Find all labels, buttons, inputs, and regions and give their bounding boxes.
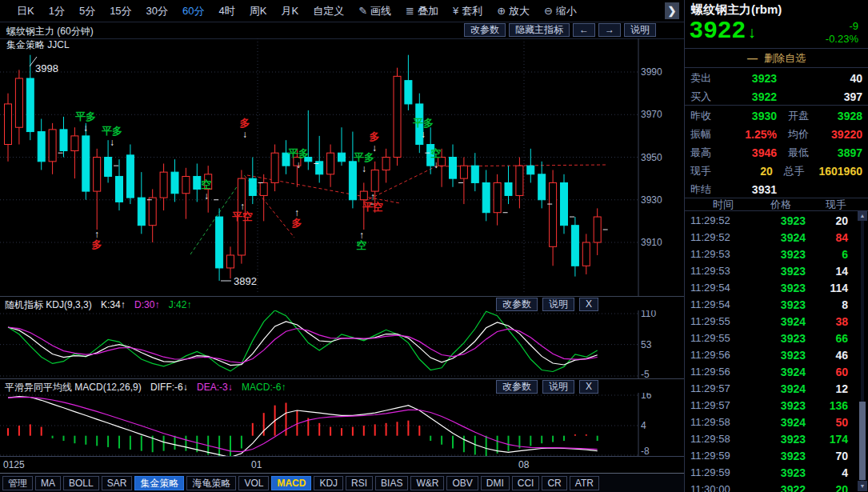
candle-body	[71, 136, 78, 151]
stat-value: 3897	[825, 146, 862, 159]
toolbar-item-zoom-out[interactable]: ⊖缩小	[537, 2, 584, 21]
tape-scrollbar[interactable]: ▲ ▼	[858, 210, 867, 491]
tape-row: 11:29:59392370	[685, 447, 868, 464]
signal-marker-label: 平多	[413, 117, 434, 129]
remove-watchlist-button[interactable]: — 删除自选	[685, 48, 868, 68]
toolbar-item-custom[interactable]: 自定义	[306, 2, 351, 21]
signal-marker-label: 空	[357, 239, 367, 251]
main-hide-main-indicator-button[interactable]: 隐藏主指标	[509, 23, 570, 37]
candle-body	[138, 198, 145, 226]
macd-histogram-bar	[574, 434, 576, 436]
main-help-button[interactable]: 说明	[624, 23, 656, 37]
tape-volume: 50	[806, 416, 862, 429]
candle-body	[49, 130, 56, 162]
tab-kdj[interactable]: KDJ	[314, 476, 343, 490]
signal-marker-label: 平多	[75, 110, 96, 122]
toolbar-item-overlay[interactable]: ≣叠加	[398, 2, 446, 21]
toolbar-item-day-k[interactable]: 日K	[10, 2, 42, 21]
macd-help-button[interactable]: 说明	[542, 380, 574, 394]
main-next-indicator-button[interactable]: →	[598, 23, 621, 37]
tab-turtle-strategy[interactable]: 海龟策略	[186, 476, 236, 490]
candlestick-chart[interactable]: 39903970395039303910集金策略 JJCL平多↓平多↓多↑空↓多…	[0, 38, 684, 296]
tape-row: 11:29:55392366	[685, 330, 868, 346]
tab-obv[interactable]: OBV	[446, 476, 478, 490]
tape-row: 11:29:573923136	[685, 397, 868, 414]
tab-macd[interactable]: MACD	[271, 476, 311, 490]
macd-histogram-bar	[374, 424, 376, 435]
kdj-indicator-chart[interactable]: 11053-5	[0, 310, 684, 378]
signal-marker-label: 平多	[102, 125, 122, 137]
tab-jijin-strategy[interactable]: 集金策略	[134, 476, 184, 490]
overlay-icon: ≣	[406, 5, 414, 17]
toolbar-item-15min[interactable]: 15分	[102, 2, 138, 21]
tab-atr[interactable]: ATR	[570, 476, 599, 490]
candle-body	[450, 158, 457, 179]
toolbar-item-60min[interactable]: 60分	[175, 2, 211, 21]
quote-stat-row: 昨收3930开盘3928	[685, 106, 868, 125]
tape-volume: 46	[806, 349, 862, 362]
macd-close-button[interactable]: X	[579, 380, 598, 394]
macd-change-params-button[interactable]: 改参数	[496, 380, 538, 394]
toolbar-item-4hour[interactable]: 4时	[212, 2, 242, 21]
macd-tick-label: 16	[641, 393, 652, 401]
kdj-j-line	[8, 310, 598, 372]
signal-marker-label: 多	[292, 217, 302, 229]
toolbar-item-week-k[interactable]: 周K	[242, 2, 274, 21]
tab-vol[interactable]: VOL	[238, 476, 269, 490]
tab-cci[interactable]: CCI	[512, 476, 540, 490]
tab-sar[interactable]: SAR	[102, 476, 133, 490]
toolbar-item-arbitrage[interactable]: ¥套利	[446, 2, 490, 21]
stat-label: 总手	[784, 164, 819, 178]
tab-wr[interactable]: W&R	[410, 476, 444, 490]
toolbar-item-label: 放大	[509, 4, 530, 18]
toolbar-item-1min[interactable]: 1分	[42, 2, 72, 21]
tape-price: 3923	[756, 332, 806, 345]
tab-cr[interactable]: CR	[542, 476, 566, 490]
macd-histogram-bar	[586, 434, 587, 436]
tape-header-price: 价格	[756, 198, 806, 212]
kdj-help-button[interactable]: 说明	[542, 298, 574, 311]
scroll-down-icon[interactable]: ▼	[858, 481, 867, 491]
tab-rsi[interactable]: RSI	[346, 476, 373, 490]
macd-histogram-bar	[174, 436, 176, 450]
more-tools-button[interactable]: ❯	[665, 2, 679, 19]
stat-value: 39220	[825, 128, 862, 141]
toolbar-item-draw-line[interactable]: ✎画线	[351, 2, 398, 21]
tab-manage[interactable]: 管理	[2, 476, 33, 490]
tab-dmi[interactable]: DMI	[481, 476, 510, 490]
macd-macd-value: MACD:-6↑	[242, 382, 286, 393]
tab-bias[interactable]: BIAS	[375, 476, 408, 490]
macd-histogram-bar	[163, 436, 165, 451]
main-change-params-button[interactable]: 改参数	[464, 23, 506, 37]
tab-boll[interactable]: BOLL	[63, 476, 99, 490]
ask-volume: 40	[777, 72, 862, 85]
macd-histogram-bar	[441, 436, 442, 445]
quote-stat-row: 最高3946最低3897	[685, 143, 868, 162]
macd-indicator-chart[interactable]: 164-8	[0, 393, 684, 456]
tape-price: 3924	[756, 231, 806, 244]
kdj-tick-label: -5	[641, 369, 650, 378]
toolbar-item-label: 缩小	[556, 4, 577, 18]
bid-label: 买入	[690, 90, 727, 104]
toolbar-item-label: 自定义	[313, 4, 344, 18]
candle-body	[194, 176, 201, 189]
price-change: -9 -0.23%	[826, 20, 858, 46]
toolbar-item-30min[interactable]: 30分	[139, 2, 175, 21]
macd-histogram-bar	[352, 427, 354, 436]
toolbar-item-month-k[interactable]: 月K	[274, 2, 306, 21]
macd-diff-value: DIFF:-6↓	[150, 382, 188, 393]
scroll-up-icon[interactable]: ▲	[858, 210, 867, 221]
kdj-close-button[interactable]: X	[579, 298, 598, 311]
toolbar-item-zoom-in[interactable]: ⊕放大	[490, 2, 537, 21]
tape-time: 11:29:53	[690, 248, 756, 260]
tab-ma[interactable]: MA	[35, 476, 61, 490]
main-prev-indicator-button[interactable]: ←	[573, 23, 595, 37]
arrow-down-icon: ↓	[204, 190, 209, 202]
macd-histogram-bar	[597, 436, 598, 441]
candle-body	[582, 242, 590, 266]
kdj-change-params-button[interactable]: 改参数	[496, 298, 538, 311]
tape-price: 3923	[756, 349, 806, 362]
macd-histogram-bar	[452, 436, 454, 449]
toolbar-item-5min[interactable]: 5分	[72, 2, 102, 21]
scrollbar-thumb[interactable]	[859, 402, 866, 480]
